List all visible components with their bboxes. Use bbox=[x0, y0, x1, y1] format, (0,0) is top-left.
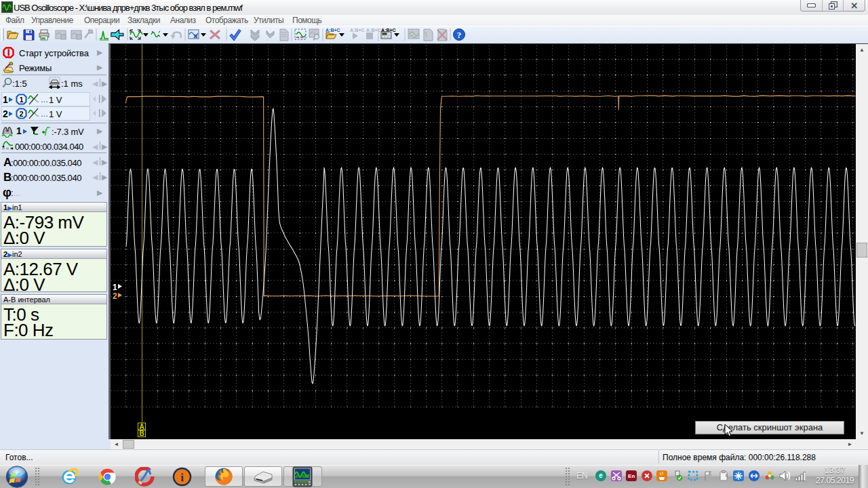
svg-text:A: A bbox=[139, 423, 144, 430]
svg-text:A:B+C: A:B+C bbox=[326, 28, 340, 33]
svg-text:B: B bbox=[139, 430, 144, 437]
svg-text:?: ? bbox=[457, 30, 462, 40]
svg-text:1: 1 bbox=[19, 96, 23, 104]
svg-text:A:B+C: A:B+C bbox=[350, 28, 365, 33]
svg-text:f: f bbox=[45, 125, 49, 136]
svg-text:1: 1 bbox=[113, 283, 117, 292]
svg-text:i: i bbox=[180, 471, 184, 484]
svg-text:2: 2 bbox=[113, 291, 117, 301]
svg-text:2: 2 bbox=[19, 110, 23, 118]
